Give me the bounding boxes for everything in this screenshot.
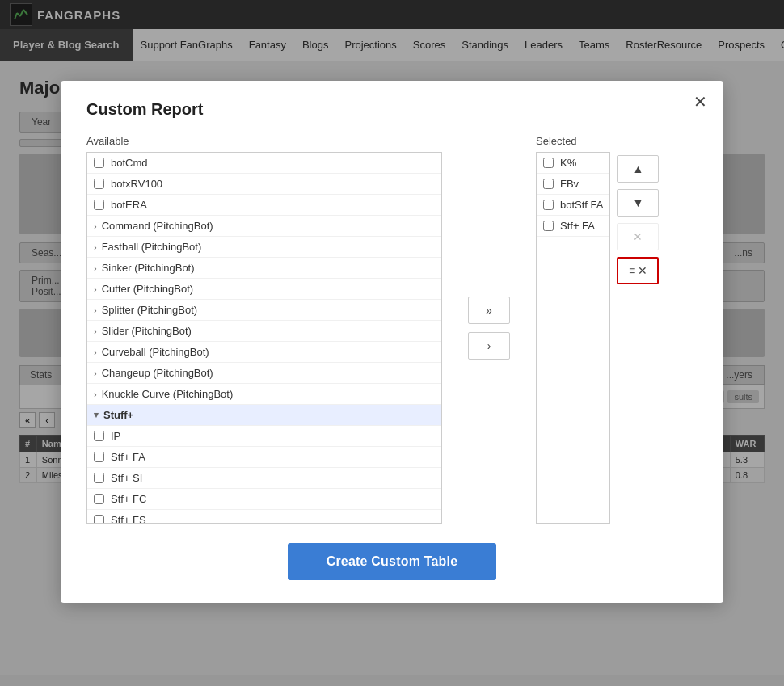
available-checkbox-item[interactable]: Stf+ SI xyxy=(87,468,441,489)
selected-list-item[interactable]: K% xyxy=(537,153,609,174)
chevron-right-icon: › xyxy=(94,389,97,399)
modal-overlay: Custom Report ✕ Available botCmdbotxRV10… xyxy=(0,0,784,675)
group-item-label: Knuckle Curve (PitchingBot) xyxy=(102,388,234,400)
available-group-item[interactable]: ›Splitter (PitchingBot) xyxy=(87,300,441,321)
selected-item-label: FBv xyxy=(560,178,579,190)
group-item-label: Fastball (PitchingBot) xyxy=(102,241,202,253)
available-checkbox-item[interactable]: IP xyxy=(87,426,441,447)
chevron-right-icon: › xyxy=(94,305,97,315)
available-checkbox[interactable] xyxy=(94,200,104,210)
order-buttons: ▲ ▼ ✕ ≡ ✕ xyxy=(617,152,659,284)
available-item-label: Stf+ FA xyxy=(111,451,145,463)
group-item-label: Sinker (PitchingBot) xyxy=(102,262,195,274)
chevron-right-icon: › xyxy=(94,284,97,294)
selected-checkbox[interactable] xyxy=(543,179,554,189)
available-item-label: Stf+ FS xyxy=(111,514,146,524)
chevron-right-icon: › xyxy=(94,326,97,336)
transfer-all-button[interactable]: » xyxy=(468,297,510,324)
custom-report-modal: Custom Report ✕ Available botCmdbotxRV10… xyxy=(61,81,723,603)
available-checkbox-item[interactable]: Stf+ FS xyxy=(87,510,441,524)
transfer-buttons: » › xyxy=(468,135,510,360)
available-checkbox-item[interactable]: botCmd xyxy=(87,153,441,174)
available-checkbox[interactable] xyxy=(94,452,104,462)
available-checkbox[interactable] xyxy=(94,158,104,168)
selected-list[interactable]: K%FBvbotStf FAStf+ FA xyxy=(536,152,610,524)
modal-title: Custom Report xyxy=(86,100,698,119)
available-group-item[interactable]: ›Curveball (PitchingBot) xyxy=(87,342,441,363)
available-label: Available xyxy=(86,135,442,147)
chevron-down-icon: ▾ xyxy=(94,410,99,420)
group-item-label: Changeup (PitchingBot) xyxy=(102,367,213,379)
available-checkbox-item[interactable]: botERA xyxy=(87,195,441,216)
modal-body: Available botCmdbotxRV100botERA›Command … xyxy=(86,135,698,524)
selected-item-label: botStf FA xyxy=(560,199,603,211)
selected-checkbox[interactable] xyxy=(543,200,554,210)
available-item-label: botCmd xyxy=(111,157,148,169)
available-checkbox[interactable] xyxy=(94,179,104,189)
modal-close-button[interactable]: ✕ xyxy=(693,94,707,110)
selected-item-label: Stf+ FA xyxy=(560,220,595,232)
selected-checkbox[interactable] xyxy=(543,221,554,231)
chevron-right-icon: › xyxy=(94,263,97,273)
available-item-label: Stf+ SI xyxy=(111,472,142,484)
available-group-item[interactable]: ›Command (PitchingBot) xyxy=(87,216,441,237)
selected-list-item[interactable]: FBv xyxy=(537,174,609,195)
available-group-item[interactable]: ›Fastball (PitchingBot) xyxy=(87,237,441,258)
selected-list-item[interactable]: Stf+ FA xyxy=(537,216,609,237)
chevron-right-icon: › xyxy=(94,347,97,357)
remove-button[interactable]: ✕ xyxy=(617,223,659,250)
available-group-item[interactable]: ›Knuckle Curve (PitchingBot) xyxy=(87,384,441,405)
group-item-label: Splitter (PitchingBot) xyxy=(102,304,198,316)
transfer-one-button[interactable]: › xyxy=(468,332,510,360)
group-item-label: Stuff+ xyxy=(103,409,133,421)
group-item-label: Cutter (PitchingBot) xyxy=(102,283,193,295)
chevron-right-icon: › xyxy=(94,368,97,378)
create-custom-table-button[interactable]: Create Custom Table xyxy=(288,543,497,580)
chevron-right-icon: › xyxy=(94,242,97,252)
available-item-label: botxRV100 xyxy=(111,178,162,190)
available-checkbox-item[interactable]: Stf+ FC xyxy=(87,489,441,510)
clear-button[interactable]: ≡ ✕ xyxy=(617,257,659,284)
available-panel: Available botCmdbotxRV100botERA›Command … xyxy=(86,135,442,524)
available-group-item[interactable]: ›Sinker (PitchingBot) xyxy=(87,258,441,279)
selected-checkbox[interactable] xyxy=(543,158,554,168)
chevron-right-icon: › xyxy=(94,221,97,231)
available-group-item[interactable]: ›Changeup (PitchingBot) xyxy=(87,363,441,384)
available-checkbox[interactable] xyxy=(94,515,104,524)
available-checkbox[interactable] xyxy=(94,473,104,483)
available-checkbox-item[interactable]: Stf+ FA xyxy=(87,447,441,468)
available-item-label: IP xyxy=(111,430,120,442)
available-group-item[interactable]: ›Slider (PitchingBot) xyxy=(87,321,441,342)
group-item-label: Slider (PitchingBot) xyxy=(102,325,192,337)
selected-label: Selected xyxy=(536,135,698,147)
selected-panel: Selected K%FBvbotStf FAStf+ FA ▲ ▼ ✕ ≡ ✕ xyxy=(536,135,698,524)
selected-item-label: K% xyxy=(560,157,576,169)
available-checkbox-item[interactable]: botxRV100 xyxy=(87,174,441,195)
available-list[interactable]: botCmdbotxRV100botERA›Command (PitchingB… xyxy=(86,152,442,524)
selected-list-item[interactable]: botStf FA xyxy=(537,195,609,216)
available-group-item[interactable]: ›Cutter (PitchingBot) xyxy=(87,279,441,300)
available-group-item[interactable]: ▾Stuff+ xyxy=(87,405,441,426)
selected-order-row: K%FBvbotStf FAStf+ FA ▲ ▼ ✕ ≡ ✕ xyxy=(536,152,698,524)
group-item-label: Curveball (PitchingBot) xyxy=(102,346,209,358)
group-item-label: Command (PitchingBot) xyxy=(102,220,213,232)
available-checkbox[interactable] xyxy=(94,494,104,504)
available-item-label: botERA xyxy=(111,199,147,211)
move-down-button[interactable]: ▼ xyxy=(617,189,659,217)
available-checkbox[interactable] xyxy=(94,431,104,441)
available-item-label: Stf+ FC xyxy=(111,493,146,505)
move-up-button[interactable]: ▲ xyxy=(617,155,659,183)
